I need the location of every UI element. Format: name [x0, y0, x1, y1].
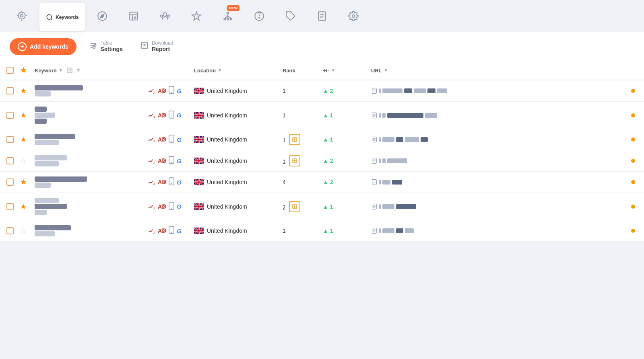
row-checkbox[interactable]	[6, 227, 14, 234]
row-checkbox[interactable]	[6, 178, 14, 186]
svg-rect-77	[293, 159, 297, 163]
row-font-icon[interactable]: Aↁ	[158, 88, 166, 94]
download-label: Download	[152, 40, 173, 46]
row-keyword-cell	[31, 220, 144, 242]
row-text-action-icon[interactable]: A	[147, 203, 155, 210]
row-google-icon[interactable]: G	[177, 158, 182, 164]
row-rank-value: 1	[283, 88, 286, 94]
nav-settings[interactable]	[339, 2, 367, 30]
row-star[interactable]: ☆	[20, 227, 27, 235]
keyword-group-icon[interactable]	[66, 67, 73, 74]
row-location-cell: United Kingdom	[191, 193, 279, 220]
th-checkbox	[0, 61, 17, 80]
row-change-cell: ▲ 1	[320, 193, 368, 220]
nav-rankings[interactable]	[182, 2, 211, 30]
row-actions-cell: A Aↁ G	[144, 150, 191, 172]
nav-tags[interactable]	[277, 2, 305, 30]
row-change-cell: ▲ 1	[320, 129, 368, 150]
row-google-icon[interactable]: G	[177, 88, 182, 94]
change-filter-icon[interactable]: ▼	[331, 68, 336, 73]
row-font-icon[interactable]: Aↁ	[158, 203, 166, 210]
row-url-doc-icon	[371, 136, 378, 143]
row-text-action-icon[interactable]: A	[147, 157, 155, 164]
row-mobile-icon[interactable]	[169, 156, 174, 166]
nav-annotations[interactable]	[245, 2, 273, 30]
star-header-icon: ★	[20, 66, 27, 74]
row-font-icon[interactable]: Aↁ	[158, 179, 166, 185]
row-google-icon[interactable]: G	[177, 112, 182, 119]
row-text-action-icon[interactable]: A	[147, 136, 155, 143]
row-text-action-icon[interactable]: A	[147, 227, 155, 234]
row-change-arrow-icon: ▲	[323, 112, 328, 119]
row-url-cell	[368, 129, 628, 150]
row-status-dot	[631, 180, 635, 184]
row-font-icon[interactable]: Aↁ	[158, 228, 166, 234]
table-settings-button[interactable]: Table Settings	[85, 37, 128, 56]
nav-keywords[interactable]: Keywords	[39, 3, 85, 31]
row-star[interactable]: ★	[20, 203, 27, 211]
row-star[interactable]: ★	[20, 111, 27, 119]
row-star[interactable]: ☆	[20, 157, 27, 165]
select-all-checkbox[interactable]	[6, 67, 14, 74]
row-star[interactable]: ★	[20, 178, 27, 186]
keyword-filter2-icon[interactable]: ▼	[76, 68, 81, 73]
row-checkbox[interactable]	[6, 203, 14, 210]
row-url-cell	[368, 220, 628, 242]
row-google-icon[interactable]: G	[177, 228, 182, 234]
nav-overview[interactable]	[8, 2, 36, 30]
svg-point-37	[93, 47, 95, 49]
location-filter-icon[interactable]: ▼	[217, 68, 222, 73]
row-rank-cell: 2	[279, 193, 320, 220]
svg-point-19	[230, 18, 232, 20]
nav-competitors[interactable]	[151, 2, 179, 30]
row-checkbox[interactable]	[6, 112, 14, 119]
row-mobile-icon[interactable]	[169, 86, 174, 96]
row-checkbox[interactable]	[6, 87, 14, 94]
row-google-icon[interactable]: G	[177, 203, 182, 210]
row-text-action-icon[interactable]: A	[147, 112, 155, 119]
uk-flag-icon	[194, 158, 204, 164]
row-rank-cell: 1	[279, 150, 320, 172]
row-font-icon[interactable]: Aↁ	[158, 112, 166, 119]
row-text-action-icon[interactable]: A	[147, 178, 155, 186]
nav-navigator[interactable]	[88, 2, 116, 30]
download-report-button[interactable]: Download Report	[136, 37, 178, 56]
row-google-icon[interactable]: G	[177, 179, 182, 186]
row-location-text: United Kingdom	[207, 112, 247, 119]
nav-sitemap[interactable]: NEW	[214, 2, 242, 30]
row-font-icon[interactable]: Aↁ	[158, 158, 166, 164]
row-mobile-icon[interactable]	[169, 202, 174, 211]
nav-pages[interactable]	[120, 2, 148, 30]
row-actions-cell: A Aↁ G	[144, 172, 191, 193]
svg-rect-10	[130, 12, 138, 20]
row-keyword-cell	[31, 150, 144, 172]
row-star[interactable]: ★	[20, 135, 27, 144]
svg-rect-45	[67, 71, 69, 73]
row-mobile-icon[interactable]	[169, 177, 174, 187]
uk-flag-icon	[194, 88, 204, 94]
row-mobile-icon[interactable]	[169, 226, 174, 236]
table-row: ★ A Aↁ G	[0, 80, 644, 102]
row-checkbox-cell	[0, 220, 17, 242]
keyword-filter-icon[interactable]: ▼	[58, 68, 63, 73]
row-checkbox[interactable]	[6, 157, 14, 164]
th-rank: Rank	[279, 61, 320, 80]
row-checkbox[interactable]	[6, 136, 14, 143]
row-change-value: 2	[330, 88, 333, 94]
url-filter-icon[interactable]: ▼	[384, 68, 388, 73]
row-mobile-icon[interactable]	[169, 111, 174, 120]
uk-flag-icon	[194, 203, 204, 210]
top-navigation: Keywords	[0, 0, 644, 32]
table-row: ★ A Aↁ G	[0, 129, 644, 150]
row-change-arrow-icon: ▲	[323, 88, 328, 94]
row-rank-cell: 1	[279, 102, 320, 129]
row-mobile-icon[interactable]	[169, 135, 174, 144]
row-google-icon[interactable]: G	[177, 136, 182, 143]
nav-reports[interactable]	[308, 2, 336, 30]
row-font-icon[interactable]: Aↁ	[158, 136, 166, 143]
new-badge: NEW	[227, 5, 239, 11]
row-star-cell: ★	[17, 193, 31, 220]
row-text-action-icon[interactable]: A	[147, 87, 155, 94]
add-keywords-button[interactable]: + Add keywords	[10, 38, 76, 55]
row-star[interactable]: ★	[20, 87, 27, 95]
